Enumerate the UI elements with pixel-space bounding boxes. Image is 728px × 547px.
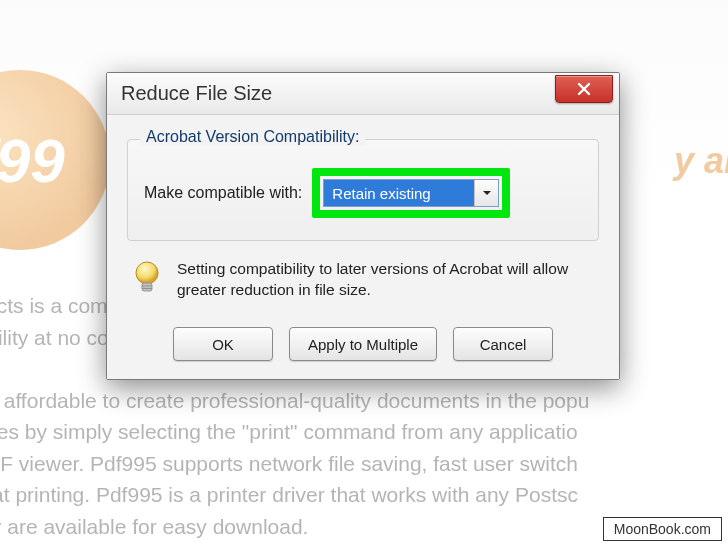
reduce-file-size-dialog: Reduce File Size Acrobat Version Compati…	[106, 72, 620, 380]
watermark: MoonBook.com	[603, 517, 722, 541]
dialog-body: Acrobat Version Compatibility: Make comp…	[107, 115, 619, 379]
compatibility-row: Make compatible with: Retain existing	[144, 168, 582, 218]
tutorial-highlight: Retain existing	[312, 168, 510, 218]
compatibility-dropdown[interactable]: Retain existing	[323, 179, 499, 207]
svg-point-0	[136, 262, 158, 284]
dialog-title: Reduce File Size	[121, 82, 272, 105]
dropdown-selected-value: Retain existing	[324, 180, 474, 206]
close-icon	[576, 81, 592, 97]
dropdown-arrow-button[interactable]	[474, 180, 498, 206]
svg-rect-1	[142, 283, 152, 291]
hint-row: Setting compatibility to later versions …	[127, 259, 599, 303]
cancel-button[interactable]: Cancel	[453, 327, 553, 361]
compatibility-label: Make compatible with:	[144, 184, 302, 202]
groupbox-legend: Acrobat Version Compatibility:	[140, 128, 365, 146]
close-button[interactable]	[555, 75, 613, 103]
lightbulb-icon	[131, 259, 163, 303]
hint-text: Setting compatibility to later versions …	[177, 259, 595, 301]
apply-to-multiple-button[interactable]: Apply to Multiple	[289, 327, 437, 361]
dialog-titlebar: Reduce File Size	[107, 73, 619, 115]
button-row: OK Apply to Multiple Cancel	[127, 327, 599, 361]
ok-button[interactable]: OK	[173, 327, 273, 361]
chevron-down-icon	[482, 188, 492, 198]
compatibility-groupbox: Acrobat Version Compatibility: Make comp…	[127, 139, 599, 241]
